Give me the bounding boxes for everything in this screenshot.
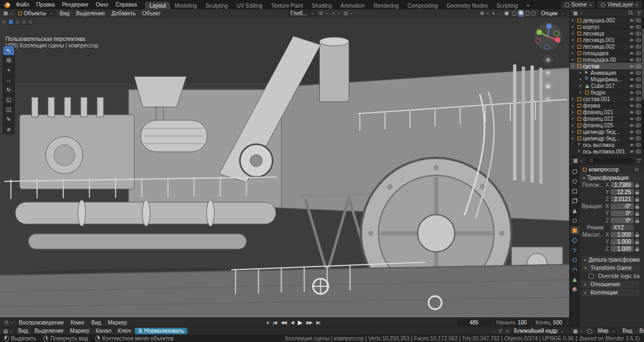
physics-tab-icon[interactable] xyxy=(570,256,580,264)
camera-visibility-icon[interactable] xyxy=(636,31,641,36)
workspace-tab[interactable]: Shading xyxy=(307,2,336,9)
jump-start-button[interactable]: |◀ xyxy=(271,320,278,325)
next-keyframe-button[interactable]: ▶▶ xyxy=(305,320,313,325)
hide-eye-icon[interactable] xyxy=(629,70,634,75)
hide-eye-icon[interactable] xyxy=(629,149,634,154)
topbar-menu[interactable]: Правка xyxy=(33,1,58,8)
viewport-menu[interactable]: Вид xyxy=(57,10,72,16)
prev-keyframe-button[interactable]: ◀◀ xyxy=(279,320,288,325)
transform-panel-header[interactable]: Трансформация xyxy=(580,174,642,181)
camera-visibility-icon[interactable] xyxy=(636,110,641,114)
lock-icon[interactable] xyxy=(635,182,640,187)
world-editor-menu[interactable]: Выд xyxy=(637,328,644,334)
view-layer-remove-icon[interactable]: × xyxy=(635,2,638,8)
select-mode-subtract-icon[interactable] xyxy=(21,19,27,25)
view-layer-selector[interactable]: ViewLayer × xyxy=(598,1,641,8)
outliner-item[interactable]: ▸ корпус xyxy=(570,23,642,30)
navigation-gizmo[interactable] xyxy=(533,22,563,51)
snap-magnet-icon[interactable]: ∩ xyxy=(505,328,510,334)
disclosure-icon[interactable]: ▸ xyxy=(572,123,576,127)
camera-visibility-icon[interactable] xyxy=(636,129,641,134)
constraints-tab-icon[interactable] xyxy=(570,266,580,274)
hide-eye-icon[interactable] xyxy=(629,97,634,102)
properties-search[interactable] xyxy=(586,158,634,164)
tool-settings-toggle-icon[interactable]: ▸ xyxy=(3,20,7,24)
lock-icon[interactable] xyxy=(635,246,640,251)
panel-section-header[interactable]: ▸ Дельта-трансформация xyxy=(582,256,640,263)
hide-eye-icon[interactable] xyxy=(629,136,634,141)
outliner-item[interactable]: ▸ лесница.001 xyxy=(570,37,642,43)
particles-tab-icon[interactable] xyxy=(570,246,580,254)
select-tweak-tool[interactable]: ↖ xyxy=(3,45,15,56)
outliner-item[interactable]: ▸ лесница xyxy=(570,30,642,37)
disclosure-icon[interactable]: ▸ xyxy=(572,25,576,29)
properties-editor-type-button[interactable]: ▦ xyxy=(572,158,584,163)
workspace-tab[interactable]: Rendering xyxy=(369,2,403,9)
frame-start-field[interactable]: Начало 100 xyxy=(493,319,531,326)
topbar-menu[interactable]: Файл xyxy=(13,1,33,8)
lock-icon[interactable] xyxy=(635,197,640,202)
filter-icon[interactable]: ▽ xyxy=(498,328,504,334)
lock-icon[interactable] xyxy=(635,232,640,237)
lock-icon[interactable] xyxy=(635,225,640,230)
hide-eye-icon[interactable] xyxy=(629,44,634,49)
outliner-item[interactable]: ▸ цилиндр бед... xyxy=(570,128,642,135)
camera-visibility-icon[interactable] xyxy=(636,123,641,127)
disclosure-icon[interactable]: ▸ xyxy=(580,70,583,75)
pivot-point-dropdown[interactable]: ⊙ xyxy=(318,10,330,16)
scale-tool[interactable]: ◱ xyxy=(3,95,15,105)
outliner-item[interactable]: ▸ фланец.022 xyxy=(570,115,642,122)
lock-icon[interactable] xyxy=(635,204,640,209)
viewport-menu[interactable]: Объект xyxy=(139,10,163,16)
disclosure-icon[interactable]: ▸ xyxy=(572,51,576,55)
camera-visibility-icon[interactable] xyxy=(636,149,641,154)
data-tab-icon[interactable] xyxy=(570,275,580,284)
disclosure-icon[interactable]: ▸ xyxy=(572,18,576,22)
annotate-tool[interactable]: ✎ xyxy=(3,114,15,125)
auto-keyframe-toggle[interactable]: ● xyxy=(265,320,270,325)
select-mode-new-icon[interactable] xyxy=(8,19,14,25)
transform-tool[interactable]: ◫ xyxy=(3,104,15,115)
outliner-scrollbar[interactable] xyxy=(642,18,644,149)
panel-section-header[interactable]: ▸ Отношения xyxy=(582,281,640,288)
hide-eye-icon[interactable] xyxy=(629,123,634,128)
hide-eye-icon[interactable] xyxy=(629,143,634,148)
outliner-item[interactable]: ось вытяжка.001 xyxy=(570,148,642,155)
number-field[interactable]: 1.000 xyxy=(611,232,634,238)
material-tab-icon[interactable] xyxy=(570,285,580,293)
output-tab-icon[interactable] xyxy=(570,187,580,195)
hide-eye-icon[interactable] xyxy=(629,18,634,23)
camera-visibility-icon[interactable] xyxy=(636,116,641,121)
current-frame-field[interactable]: 485 xyxy=(457,319,492,326)
hide-eye-icon[interactable] xyxy=(629,77,634,82)
object-tab-icon[interactable] xyxy=(570,226,580,234)
solid-shading-icon[interactable] xyxy=(518,10,523,15)
dopesheet-menu[interactable]: Маркер xyxy=(67,328,92,334)
topbar-menu[interactable]: Справка xyxy=(112,1,140,8)
outliner-item[interactable]: ▸ бедро xyxy=(570,89,642,96)
disclosure-icon[interactable]: ▸ xyxy=(580,84,583,88)
proportional-editing-icon[interactable]: ◎ xyxy=(343,10,355,16)
hide-eye-icon[interactable] xyxy=(629,38,634,43)
workspace-tab[interactable]: Sculpting xyxy=(201,2,232,9)
camera-visibility-icon[interactable] xyxy=(636,70,641,75)
topbar-menu[interactable]: Окно xyxy=(92,1,111,8)
hide-eye-icon[interactable] xyxy=(629,31,634,36)
workspace-tab[interactable]: + xyxy=(522,2,534,9)
tool-tab-icon[interactable] xyxy=(570,167,580,175)
topbar-menu[interactable]: Рендеринг xyxy=(58,1,92,8)
number-field[interactable]: 1.000 xyxy=(611,246,634,252)
move-tool[interactable]: ↔ xyxy=(3,75,15,85)
hide-eye-icon[interactable] xyxy=(629,84,634,89)
scene-selector[interactable]: Scene × xyxy=(562,1,595,8)
options-dropdown[interactable]: Опции xyxy=(538,10,567,16)
outliner-item[interactable]: ▸ сустав.001 xyxy=(570,96,642,102)
transform-orientation-dropdown[interactable]: Глоб... xyxy=(288,10,317,16)
workspace-tab[interactable]: Animation xyxy=(336,2,369,9)
cursor-tool[interactable]: + xyxy=(3,65,15,75)
outliner-item[interactable]: ▸ фланец.021 xyxy=(570,109,642,115)
camera-visibility-icon[interactable] xyxy=(636,57,641,62)
world-editor-menu[interactable]: Вид xyxy=(619,328,635,334)
camera-visibility-icon[interactable] xyxy=(636,38,641,42)
rotate-tool[interactable]: ↻ xyxy=(3,85,15,95)
